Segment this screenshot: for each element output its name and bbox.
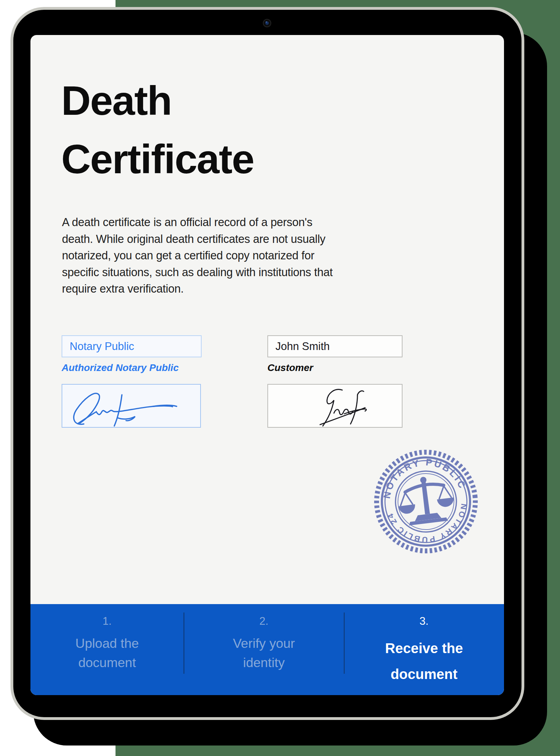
step-label: Upload the document [62, 634, 153, 672]
step-verify-identity[interactable]: 2. Verify your identity [184, 604, 344, 695]
customer-signature [268, 385, 402, 427]
notary-stamp-seal: NOTARY PUBLIC NOTARY PUBLIC 24 [365, 441, 486, 562]
step-upload-document[interactable]: 1. Upload the document [30, 604, 184, 695]
front-camera-icon [263, 19, 271, 27]
camera-glint [266, 21, 267, 23]
progress-steps-bar: 1. Upload the document 2. Verify your id… [30, 604, 504, 695]
notary-signature-field[interactable] [62, 384, 201, 428]
page-background: Death Certificate A death certificate is… [0, 0, 560, 756]
step-divider [344, 612, 345, 674]
step-receive-document[interactable]: 3. Receive the document [344, 604, 504, 695]
notary-name-field[interactable]: Notary Public [62, 335, 202, 357]
customer-name-field[interactable]: John Smith [267, 335, 402, 357]
description-line: notarized, you can get a certified copy … [62, 247, 333, 264]
description-line: A death certificate is an official recor… [62, 214, 333, 231]
step-label: Receive the document [370, 635, 478, 687]
description-line: specific situations, such as dealing wit… [62, 264, 333, 281]
description-line: require extra verification. [62, 281, 333, 298]
step-number: 2. [259, 615, 268, 627]
scales-of-justice-icon [395, 474, 456, 527]
step-number: 1. [103, 615, 112, 627]
step-number: 3. [420, 615, 429, 627]
document-description: A death certificate is an official recor… [62, 214, 333, 298]
page-title: Death Certificate [61, 71, 348, 188]
notary-signature [62, 385, 200, 427]
step-divider [183, 612, 184, 674]
description-line: death. While original death certificates… [62, 231, 333, 248]
customer-label: Customer [267, 362, 313, 374]
authorized-notary-label: Authorized Notary Public [62, 362, 178, 374]
step-label: Verify your identity [218, 634, 309, 672]
customer-signature-field[interactable] [267, 384, 402, 428]
tablet-screen: Death Certificate A death certificate is… [30, 35, 504, 695]
